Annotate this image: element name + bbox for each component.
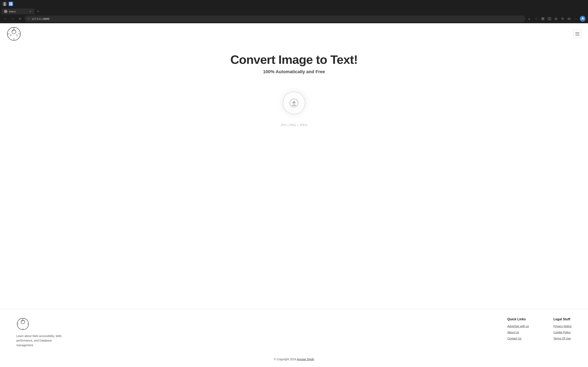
browser-tab-bar: Intern ✕ + [0, 8, 588, 14]
favorites-icon[interactable]: ☆ [534, 16, 539, 22]
svg-rect-5 [11, 4, 12, 5]
footer-legal-stuff: Legal Stuff Privacy Notice Cookie Policy… [553, 317, 572, 347]
svg-point-17 [562, 20, 562, 20]
browser-titlebar [0, 0, 588, 8]
browser-toolbar: ← → ↻ ⓘ 127.0.0.1:8000 𝐀 ☆ [0, 14, 588, 23]
security-icon: ⓘ [27, 17, 30, 21]
legal-heading: Legal Stuff [553, 317, 572, 321]
tab-title: Intern [9, 10, 16, 13]
list-item: About Us [507, 331, 529, 334]
shopping-icon[interactable] [560, 16, 565, 22]
svg-point-18 [563, 20, 563, 20]
svg-text:𝐀: 𝐀 [528, 17, 530, 20]
multi-profile-icon[interactable] [9, 2, 13, 6]
svg-rect-2 [9, 2, 11, 4]
forward-button[interactable]: → [10, 16, 16, 22]
svg-rect-4 [9, 4, 11, 5]
quick-links-heading: Quick Links [507, 317, 529, 321]
list-item: Terms Of Use [553, 337, 572, 340]
favorites-collections-icon[interactable] [553, 16, 559, 22]
upload-circle-container[interactable] [278, 87, 310, 119]
more-options-button[interactable]: ··· [573, 16, 579, 22]
svg-rect-10 [542, 17, 543, 18]
upload-area[interactable]: JPG | PNG | JPEG [278, 87, 310, 127]
address-bar[interactable]: ⓘ 127.0.0.1:8000 [25, 16, 525, 22]
profile-icon[interactable] [2, 2, 7, 6]
author-link[interactable]: Anurag Singh [297, 358, 314, 361]
list-item: Privacy Notice [553, 324, 572, 328]
privacy-notice-link[interactable]: Privacy Notice [553, 325, 572, 328]
site-footer: Learn about Web accessibility, Web perfo… [0, 309, 588, 367]
footer-brand: Learn about Web accessibility, Web perfo… [16, 317, 69, 347]
upload-icon [290, 99, 298, 108]
tab-close-button[interactable]: ✕ [29, 10, 32, 13]
footer-logo [16, 317, 29, 331]
browser-tab[interactable]: Intern ✕ [2, 8, 34, 14]
page-subtitle: 100% Automatically and Free [263, 69, 325, 75]
back-button[interactable]: ← [2, 16, 8, 22]
cookie-policy-link[interactable]: Cookie Policy [553, 331, 571, 334]
browser-chrome: Intern ✕ + ← → ↻ ⓘ 127.0.0.1:8000 𝐀 ☆ [0, 0, 588, 23]
extensions-icon[interactable] [540, 16, 546, 22]
list-item: Contact Us [507, 337, 529, 340]
game-controller-icon[interactable] [566, 16, 572, 22]
hamburger-line-1 [575, 32, 579, 33]
new-tab-button[interactable]: + [35, 8, 41, 14]
site-header [0, 23, 588, 44]
svg-marker-16 [555, 17, 557, 20]
page-title: Convert Image to Text! [230, 53, 358, 67]
tab-favicon [4, 10, 7, 13]
about-us-link[interactable]: About Us [507, 331, 519, 334]
svg-rect-11 [543, 17, 544, 18]
svg-rect-13 [543, 19, 544, 20]
svg-rect-3 [11, 2, 12, 4]
terms-of-use-link[interactable]: Terms Of Use [553, 337, 571, 340]
browser-profile-button[interactable] [580, 16, 586, 22]
legal-links-list: Privacy Notice Cookie Policy Terms Of Us… [553, 324, 572, 340]
upload-formats-label: JPG | PNG | JPEG [281, 123, 308, 127]
page-wrapper: Convert Image to Text! 100% Automaticall… [0, 23, 588, 367]
site-logo[interactable] [7, 26, 21, 41]
split-screen-icon[interactable] [546, 16, 552, 22]
titlebar-left [2, 2, 13, 6]
footer-quick-links: Quick Links Advertise with us About Us C… [507, 317, 529, 347]
list-item: Cookie Policy [553, 331, 572, 334]
advertise-link[interactable]: Advertise with us [507, 325, 529, 328]
svg-rect-12 [542, 19, 543, 20]
footer-copyright: © Copyright 2024 Anurag Singh [16, 356, 572, 361]
url-display: 127.0.0.1:8000 [32, 17, 49, 20]
reload-button[interactable]: ↻ [17, 16, 23, 22]
hamburger-menu-button[interactable] [573, 30, 581, 38]
read-aloud-icon[interactable]: 𝐀 [527, 16, 533, 22]
svg-point-1 [3, 4, 6, 6]
upload-button[interactable] [283, 92, 305, 114]
hamburger-line-3 [575, 35, 579, 35]
hamburger-line-2 [575, 34, 579, 34]
footer-links-section: Quick Links Advertise with us About Us C… [507, 317, 572, 347]
main-content: Convert Image to Text! 100% Automaticall… [0, 44, 588, 309]
list-item: Advertise with us [507, 324, 529, 328]
footer-main: Learn about Web accessibility, Web perfo… [16, 317, 572, 347]
svg-point-0 [4, 2, 6, 4]
contact-us-link[interactable]: Contact Us [507, 337, 521, 340]
quick-links-list: Advertise with us About Us Contact Us [507, 324, 529, 340]
toolbar-icons: 𝐀 ☆ [527, 16, 586, 22]
footer-description: Learn about Web accessibility, Web perfo… [16, 334, 69, 347]
